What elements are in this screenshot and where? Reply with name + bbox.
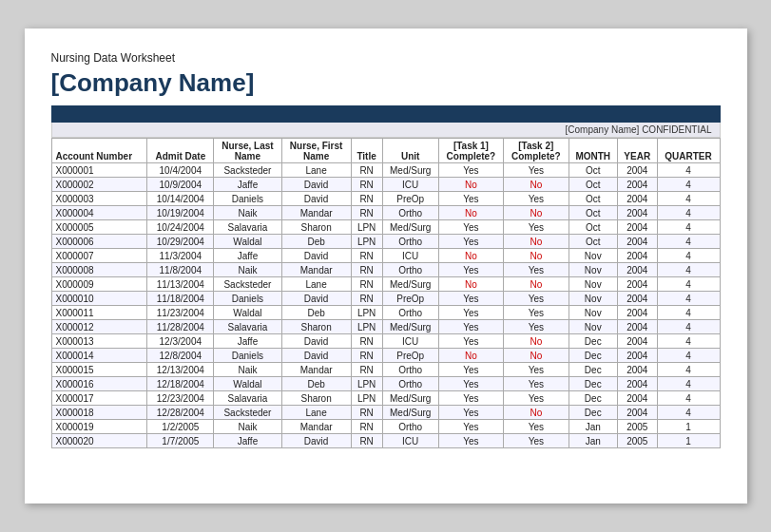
table-cell: X000016 [51, 377, 147, 391]
table-cell: LPN [351, 377, 382, 391]
table-row: X00001712/23/2004SalavariaSharonLPNMed/S… [51, 391, 720, 406]
table-cell: Lane [281, 406, 351, 420]
table-cell: Jaffe [214, 334, 282, 349]
table-cell: Lane [281, 163, 351, 178]
table-cell: Jaffe [214, 178, 282, 192]
table-cell: RN [351, 249, 382, 263]
table-cell: X000011 [51, 306, 147, 320]
table-cell: Mandar [281, 420, 351, 434]
table-cell: 4 [657, 249, 720, 263]
table-cell: 4 [657, 391, 720, 406]
table-cell: RN [351, 277, 382, 292]
table-cell: 4 [657, 292, 720, 306]
table-cell: 1 [657, 434, 720, 448]
table-cell: Sacksteder [214, 406, 282, 420]
table-cell: RN [351, 206, 382, 220]
table-cell: Med/Surg [382, 220, 438, 235]
table-row: X00001512/13/2004NaikMandarRNOrthoYesYes… [51, 363, 720, 377]
table-cell: RN [351, 334, 382, 349]
table-row: X00000310/14/2004DanielsDavidRNPreOpYesY… [51, 192, 720, 206]
table-cell: Mandar [281, 363, 351, 377]
table-cell: Dec [569, 377, 618, 391]
table-cell: X000018 [51, 406, 147, 420]
table-cell: Oct [569, 178, 618, 192]
table-cell: Yes [438, 263, 503, 277]
table-cell: 11/8/2004 [147, 263, 214, 277]
table-cell: No [504, 277, 569, 292]
col-nurse-first: Nurse, FirstName [281, 139, 351, 163]
table-row: X00001312/3/2004JaffeDavidRNICUYesNoDec2… [51, 334, 720, 349]
col-task2: [Task 2]Complete? [504, 139, 569, 163]
table-cell: Yes [438, 406, 503, 420]
table-cell: Yes [438, 420, 503, 434]
table-cell: David [281, 434, 351, 448]
table-cell: Ortho [382, 377, 438, 391]
table-cell: Med/Surg [382, 320, 438, 334]
table-cell: David [281, 178, 351, 192]
table-cell: Mandar [281, 206, 351, 220]
table-cell: X000003 [51, 192, 147, 206]
table-cell: Yes [438, 377, 503, 391]
table-cell: X000013 [51, 334, 147, 349]
table-row: X00000711/3/2004JaffeDavidRNICUNoNoNov20… [51, 249, 720, 263]
table-cell: No [504, 235, 569, 249]
table-row: X00000811/8/2004NaikMandarRNOrthoYesYesN… [51, 263, 720, 277]
table-cell: Yes [438, 220, 503, 235]
table-cell: RN [351, 420, 382, 434]
table-row: X00001211/28/2004SalavariaSharonLPNMed/S… [51, 320, 720, 334]
table-cell: PreOp [382, 292, 438, 306]
table-cell: ICU [382, 334, 438, 349]
table-cell: 11/3/2004 [147, 249, 214, 263]
table-cell: 2004 [618, 178, 657, 192]
table-cell: Yes [504, 192, 569, 206]
worksheet-title: Nursing Data Worksheet [51, 51, 721, 65]
table-cell: Jan [569, 434, 618, 448]
table-cell: 1/7/2005 [147, 434, 214, 448]
table-row: X00000210/9/2004JaffeDavidRNICUNoNoOct20… [51, 178, 720, 192]
table-cell: David [281, 334, 351, 349]
table-cell: Yes [438, 163, 503, 178]
table-cell: Oct [569, 235, 618, 249]
table-cell: Waldal [214, 377, 282, 391]
table-cell: X000015 [51, 363, 147, 377]
table-cell: Yes [438, 434, 503, 448]
table-cell: 4 [657, 320, 720, 334]
table-cell: No [504, 349, 569, 363]
table-cell: Naik [214, 206, 282, 220]
table-cell: Sharon [281, 220, 351, 235]
table-cell: David [281, 349, 351, 363]
table-cell: Dec [569, 406, 618, 420]
table-cell: Lane [281, 277, 351, 292]
col-admit-date: Admit Date [147, 139, 214, 163]
company-name: [Company Name] [51, 68, 721, 98]
table-cell: X000007 [51, 249, 147, 263]
table-row: X00000410/19/2004NaikMandarRNOrthoNoNoOc… [51, 206, 720, 220]
table-cell: LPN [351, 220, 382, 235]
table-cell: 2004 [618, 192, 657, 206]
table-cell: 10/19/2004 [147, 206, 214, 220]
table-cell: Yes [438, 334, 503, 349]
table-cell: No [438, 206, 503, 220]
col-month: MONTH [569, 139, 618, 163]
table-cell: Nov [569, 263, 618, 277]
table-cell: 1/2/2005 [147, 420, 214, 434]
col-account-number: Account Number [51, 139, 147, 163]
table-cell: Yes [438, 391, 503, 406]
table-cell: No [504, 178, 569, 192]
table-cell: RN [351, 192, 382, 206]
table-cell: X000005 [51, 220, 147, 235]
table-cell: 10/24/2004 [147, 220, 214, 235]
table-cell: Med/Surg [382, 391, 438, 406]
table-cell: RN [351, 263, 382, 277]
table-cell: RN [351, 349, 382, 363]
table-cell: 4 [657, 178, 720, 192]
col-task1: [Task 1]Complete? [438, 139, 503, 163]
table-cell: X000019 [51, 420, 147, 434]
table-cell: RN [351, 163, 382, 178]
table-cell: No [438, 249, 503, 263]
table-cell: Dec [569, 391, 618, 406]
header-bar [51, 105, 721, 123]
table-cell: 2004 [618, 263, 657, 277]
table-cell: 2004 [618, 391, 657, 406]
table-cell: No [504, 249, 569, 263]
